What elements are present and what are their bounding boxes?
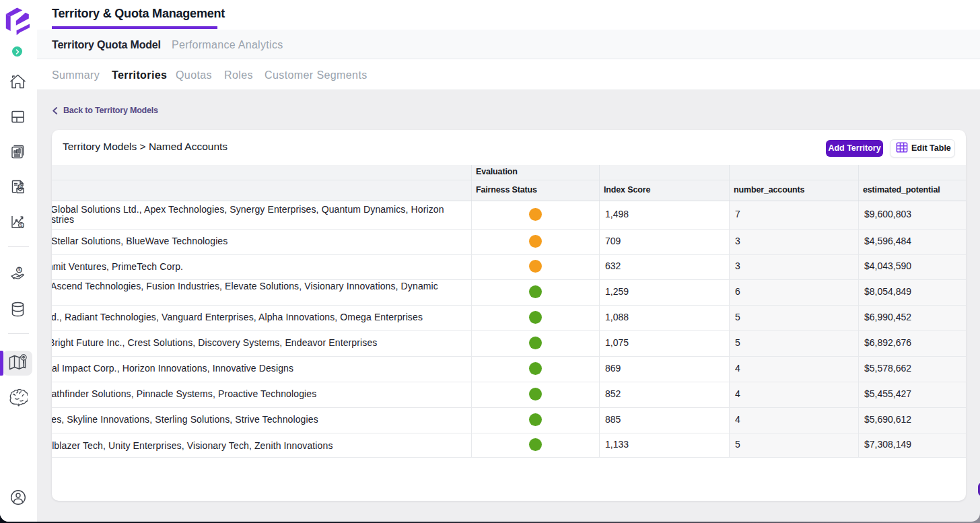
- svg-text:$: $: [20, 223, 23, 228]
- svg-text:$: $: [18, 267, 21, 272]
- svg-text:$: $: [19, 185, 21, 189]
